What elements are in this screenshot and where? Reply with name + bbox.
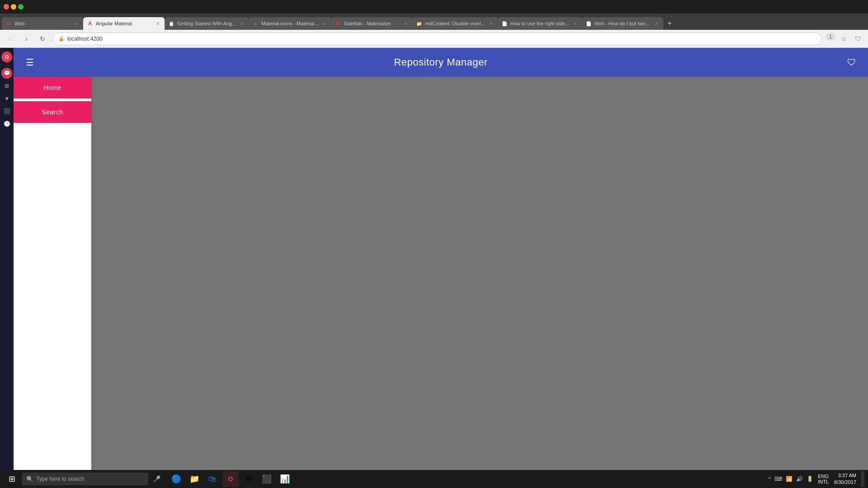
shield-button[interactable]: 🛡 <box>852 33 864 45</box>
taskbar-app-store[interactable]: 🛍 <box>204 471 221 487</box>
app-container: ☰ Repository Manager 🛡 Home Search <box>14 48 868 470</box>
tab-angular[interactable]: A Angular Material ✕ <box>83 17 165 30</box>
tab-title-getting-started: Getting Started With Ang... <box>177 21 236 26</box>
taskbar-tray-icons: ^ ⌨ 📶 🔊 🔋 <box>768 475 815 483</box>
taskbar-app-vscode[interactable]: ⬛ <box>259 471 275 487</box>
tab-title-angular: Angular Material <box>96 21 152 26</box>
tab-favicon-md-content: 📁 <box>416 20 422 27</box>
sidenav-item-search[interactable]: Search <box>14 101 91 123</box>
new-tab-button[interactable]: + <box>663 17 676 30</box>
address-bar[interactable]: 🔒 <box>52 33 822 45</box>
navigation-bar: ‹ › ↻ 🔒 1 ☆ 🛡 <box>0 30 868 48</box>
taskbar-search[interactable]: 🔍 Type here to search <box>22 473 148 485</box>
shield-toolbar-button[interactable]: 🛡 <box>843 53 861 71</box>
tab-favicon-sidenav: M <box>335 20 341 27</box>
taskbar-search-icon: 🔍 <box>26 476 33 483</box>
window-controls <box>4 4 24 9</box>
nav-actions: 1 ☆ 🛡 <box>826 33 864 45</box>
taskbar-date: 8/30/2017 <box>834 479 856 486</box>
taskbar-time: 3:37 AM <box>834 472 856 479</box>
app-title: Repository Manager <box>46 56 835 68</box>
tab-favicon-web: O <box>5 20 12 27</box>
tab-title-md-content: mdContent: Disable overl... <box>425 21 485 26</box>
tab-material-icons[interactable]: ● Material icons - Material... ✕ <box>249 17 331 30</box>
whatsapp-icon[interactable]: 💬 <box>1 68 12 79</box>
taskbar-network-icon[interactable]: 📶 <box>785 475 793 483</box>
tab-title-web: Web <box>14 21 71 26</box>
opera-logo[interactable]: O <box>1 52 12 62</box>
tab-html[interactable]: 📄 html - How do I put two... ✕ <box>582 17 663 30</box>
taskbar-app-edge[interactable]: 🔵 <box>168 471 184 487</box>
lock-icon: 🔒 <box>58 36 65 42</box>
taskbar-apps: 🔵 📁 🛍 O ✉ ⬛ 📊 <box>165 471 766 487</box>
tab-favicon-material-icons: ● <box>252 20 259 27</box>
tab-how-to[interactable]: 📄 How to use the right side... ✕ <box>498 17 582 30</box>
tab-close-material-icons[interactable]: ✕ <box>321 20 327 27</box>
tab-web[interactable]: O Web ✕ <box>2 17 83 30</box>
tab-sidenav[interactable]: M SideNav - Materialize ✕ <box>331 17 412 30</box>
taskbar-chevron-icon[interactable]: ^ <box>768 475 772 483</box>
close-window-button[interactable] <box>4 4 9 9</box>
home-label: Home <box>43 84 61 91</box>
back-button[interactable]: ‹ <box>4 33 16 45</box>
shield-toolbar-icon: 🛡 <box>847 57 856 68</box>
reload-button[interactable]: ↻ <box>36 33 49 45</box>
sidenav-container: Home Search <box>14 77 868 470</box>
history-icon[interactable]: 🕐 <box>1 118 12 129</box>
browser-chrome: O Web ✕ A Angular Material ✕ 📋 Getting S… <box>0 0 868 48</box>
sidenav: Home Search <box>14 77 91 470</box>
tab-favicon-how-to: 📄 <box>501 20 508 27</box>
extensions-counter-button[interactable]: 1 <box>826 33 835 41</box>
tab-close-web[interactable]: ✕ <box>73 20 80 27</box>
tab-favicon-html: 📄 <box>585 20 592 27</box>
minimize-window-button[interactable] <box>11 4 16 9</box>
tab-bar: O Web ✕ A Angular Material ✕ 📋 Getting S… <box>0 14 868 30</box>
opera-sidebar: O 💬 ⊞ ♥ ⬛ 🕐 <box>0 48 14 470</box>
main-content <box>91 77 868 470</box>
cortana-icon[interactable]: 🎤 <box>150 473 163 485</box>
app-toolbar: ☰ Repository Manager 🛡 <box>14 48 868 77</box>
taskbar-volume-icon[interactable]: 🔊 <box>795 475 804 483</box>
search-label: Search <box>42 108 63 116</box>
tab-title-html: html - How do I put two... <box>594 21 651 26</box>
taskbar-app-explorer[interactable]: 📁 <box>186 471 203 487</box>
language-indicator: ENGINTL <box>816 473 830 485</box>
taskbar-app-mail[interactable]: ✉ <box>241 471 257 487</box>
maximize-window-button[interactable] <box>18 4 24 9</box>
show-desktop-button[interactable] <box>861 471 864 487</box>
tab-close-angular[interactable]: ✕ <box>155 20 161 27</box>
tab-getting-started[interactable]: 📋 Getting Started With Ang... ✕ <box>165 17 249 30</box>
taskbar-app-unknown[interactable]: 📊 <box>277 471 293 487</box>
hamburger-icon: ☰ <box>26 57 34 68</box>
taskbar-search-placeholder: Type here to search <box>36 476 84 482</box>
hamburger-menu-button[interactable]: ☰ <box>21 53 39 71</box>
tab-favicon-getting-started: 📋 <box>168 20 175 27</box>
bookmark-button[interactable]: ☆ <box>837 33 850 45</box>
tab-close-how-to[interactable]: ✕ <box>572 20 578 27</box>
heart-icon[interactable]: ♥ <box>1 93 12 104</box>
tab-title-sidenav: SideNav - Materialize <box>344 21 400 26</box>
tab-title-how-to: How to use the right side... <box>510 21 569 26</box>
tab-favicon-angular: A <box>87 20 93 27</box>
address-input[interactable] <box>67 36 816 42</box>
tab-close-html[interactable]: ✕ <box>653 20 660 27</box>
sidenav-item-home[interactable]: Home <box>14 77 91 99</box>
taskbar-battery-icon[interactable]: 🔋 <box>806 475 814 483</box>
tab-close-md-content[interactable]: ✕ <box>488 20 494 27</box>
apps-icon[interactable]: ⊞ <box>1 80 12 91</box>
title-bar <box>0 0 868 14</box>
monitor-icon[interactable]: ⬛ <box>1 106 12 117</box>
toolbar-actions: 🛡 <box>843 53 861 71</box>
taskbar: ⊞ 🔍 Type here to search 🎤 🔵 📁 🛍 O ✉ ⬛ 📊 … <box>0 470 868 488</box>
tab-md-content[interactable]: 📁 mdContent: Disable overl... ✕ <box>412 17 498 30</box>
tab-close-getting-started[interactable]: ✕ <box>239 20 245 27</box>
tab-title-material-icons: Material icons - Material... <box>261 21 318 26</box>
taskbar-keyboard-icon[interactable]: ⌨ <box>774 475 783 483</box>
forward-button[interactable]: › <box>20 33 33 45</box>
start-button[interactable]: ⊞ <box>4 471 20 487</box>
taskbar-system: ^ ⌨ 📶 🔊 🔋 ENGINTL 3:37 AM 8/30/2017 <box>768 471 864 487</box>
taskbar-app-opera[interactable]: O <box>222 471 239 487</box>
taskbar-clock: 3:37 AM 8/30/2017 <box>834 472 856 486</box>
tab-close-sidenav[interactable]: ✕ <box>402 20 409 27</box>
